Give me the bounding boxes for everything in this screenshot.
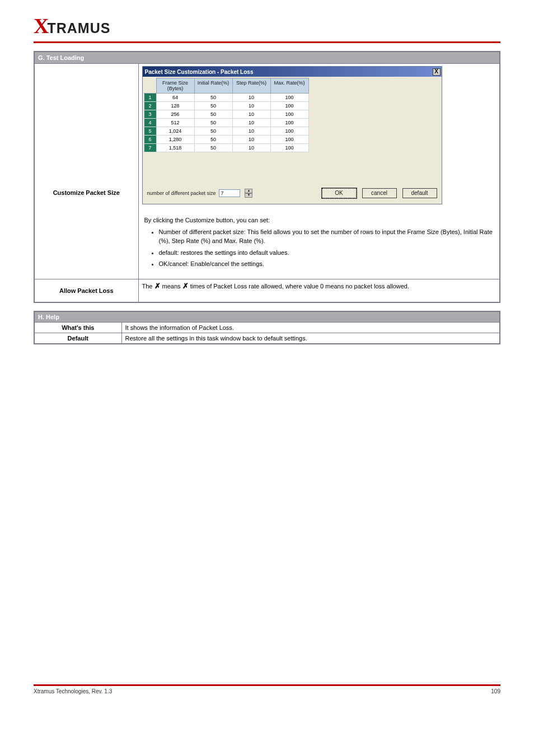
row1-content: Packet Size Customization - Packet Loss … <box>138 64 500 279</box>
x-icon: ✗ <box>154 282 161 290</box>
footer-divider <box>34 684 500 686</box>
table-row: 1645010100 <box>144 94 308 102</box>
bullet-item: default: restores the settings into defa… <box>159 248 494 258</box>
x-icon: ✗ <box>182 282 189 290</box>
help-row-label: What's this <box>34 322 121 333</box>
dialog-title: Packet Size Customization - Packet Loss <box>145 69 254 75</box>
packet-grid: Frame Size (Bytes) Initial Rate(%) Step … <box>144 78 309 152</box>
col-step-rate: Step Rate(%) <box>232 78 270 94</box>
header-divider <box>34 41 500 43</box>
table-row: 51,0245010100 <box>144 127 308 136</box>
logo-x: X <box>34 13 48 38</box>
test-loading-table: G. Test Loading Customize Packet Size Pa… <box>34 51 500 303</box>
grid-corner <box>144 78 156 94</box>
packet-count-input[interactable]: 7 <box>219 189 240 197</box>
footer-left: Xtramus Technologies, Rev. 1.3 <box>34 688 112 694</box>
footer-page-number: 109 <box>491 688 500 694</box>
table-row: 21285010100 <box>144 102 308 110</box>
help-header: H. Help <box>34 311 500 323</box>
customize-description: By clicking the Customize button, you ca… <box>142 214 496 277</box>
cancel-button[interactable]: cancel <box>362 188 397 198</box>
bullet-item: Number of different packet size: This fi… <box>159 227 494 246</box>
row1-label: Customize Packet Size <box>34 64 138 279</box>
col-initial-rate: Initial Rate(%) <box>194 78 232 94</box>
help-row-label: Default <box>34 333 121 344</box>
col-max-rate: Max. Rate(%) <box>270 78 308 94</box>
desc-intro: By clicking the Customize button, you ca… <box>144 216 494 225</box>
close-icon[interactable]: X <box>433 68 441 76</box>
logo-text: TRAMUS <box>47 20 110 36</box>
help-row-desc: Restore all the settings in this task wi… <box>121 333 500 344</box>
default-button[interactable]: default <box>402 188 437 198</box>
table-row: 45125010100 <box>144 119 308 127</box>
chevron-down-icon[interactable]: ▼ <box>245 193 252 198</box>
help-row-desc: It shows the information of Packet Loss. <box>121 322 500 333</box>
dialog-titlebar: Packet Size Customization - Packet Loss … <box>143 67 442 77</box>
bullet-item: OK/cancel: Enable/cancel the settings. <box>159 259 494 269</box>
chevron-up-icon[interactable]: ▲ <box>245 189 252 193</box>
row2-content: The ✗ means ✗ times of Packet Loss rate … <box>138 279 500 302</box>
help-table: H. Help What's this It shows the informa… <box>34 311 500 344</box>
brand-logo: X TRAMUS <box>34 13 500 38</box>
col-frame-size: Frame Size (Bytes) <box>156 78 194 94</box>
ok-button[interactable]: OK <box>322 188 357 198</box>
table-row: 71,5185010100 <box>144 144 308 152</box>
row2-label: Allow Packet Loss <box>34 279 138 302</box>
packet-count-label: number of different packet size <box>147 190 216 196</box>
page-footer: Xtramus Technologies, Rev. 1.3 109 <box>34 684 500 694</box>
packet-size-dialog: Packet Size Customization - Packet Loss … <box>142 66 442 204</box>
dialog-footer: number of different packet size 7 ▲ ▼ OK… <box>143 152 442 204</box>
section-header: G. Test Loading <box>34 52 500 64</box>
table-row: 32565010100 <box>144 110 308 119</box>
quantity-stepper[interactable]: ▲ ▼ <box>245 189 252 198</box>
table-row: 61,2805010100 <box>144 136 308 144</box>
